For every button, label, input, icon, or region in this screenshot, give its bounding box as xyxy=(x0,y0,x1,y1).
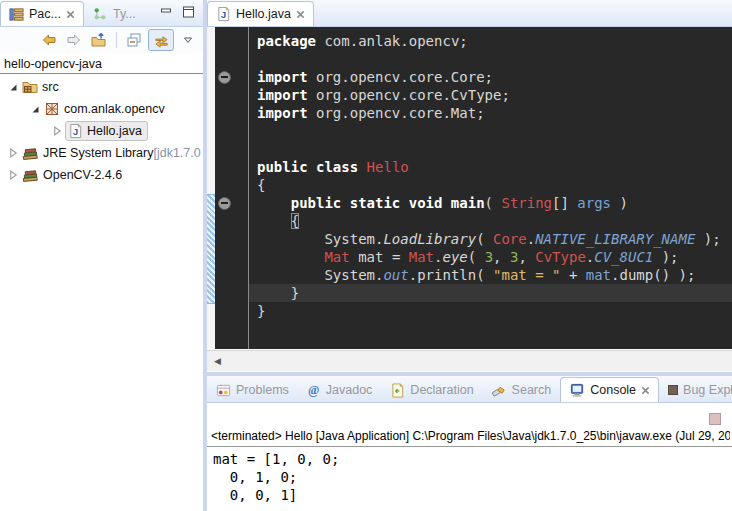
header-separator xyxy=(0,73,203,74)
code-line-8: public class Hello xyxy=(249,158,732,176)
up-button[interactable] xyxy=(88,29,110,51)
tab-declaration[interactable]: Declaration xyxy=(381,377,482,402)
problems-icon xyxy=(216,383,231,398)
tree-expanded-icon[interactable] xyxy=(8,83,19,92)
code-line-7 xyxy=(249,140,732,158)
project-name-header: hello-opencv-java xyxy=(0,53,203,73)
tab-label: Declaration xyxy=(410,383,473,397)
tab-pac[interactable]: Pac... xyxy=(0,1,84,26)
package-explorer-icon xyxy=(9,7,24,22)
close-icon[interactable] xyxy=(296,10,305,19)
tab-label: Console xyxy=(590,383,636,397)
scroll-left-arrow-icon[interactable]: ◀ xyxy=(207,356,221,366)
project-tree: srccom.anlak.opencvJHello.javaJRE System… xyxy=(0,76,203,186)
tab-label: Ty... xyxy=(113,7,136,21)
console-output-text[interactable]: mat = [1, 0, 0; 0, 1, 0; 0, 0, 1] xyxy=(213,450,732,511)
svg-text:@: @ xyxy=(308,383,319,397)
close-icon[interactable] xyxy=(66,10,75,19)
tree-item-src[interactable]: src xyxy=(0,76,203,98)
close-icon[interactable] xyxy=(641,386,650,395)
code-text[interactable]: package com.anlak.opencv;import org.open… xyxy=(249,27,732,349)
tree-item-opencv-2-4-6[interactable]: OpenCV-2.4.6 xyxy=(0,164,203,186)
fold-collapse-icon[interactable] xyxy=(218,71,231,84)
editor-horizontal-scrollbar[interactable]: ◀ xyxy=(207,350,732,371)
code-line-14: System.out.println( "mat = " + mat.dump(… xyxy=(249,266,732,284)
svg-text:J: J xyxy=(221,9,226,20)
tree-expanded-icon[interactable] xyxy=(30,105,41,114)
java-file-icon: J xyxy=(68,123,83,139)
back xyxy=(41,32,57,48)
package-icon xyxy=(44,101,60,117)
forward xyxy=(66,32,82,48)
code-line-5: import org.opencv.core.Mat; xyxy=(249,104,732,122)
java-file-icon: J xyxy=(216,6,231,22)
tab-label: Search xyxy=(512,383,552,397)
tree-item-label: src xyxy=(42,80,59,94)
tab-label: Hello.java xyxy=(236,7,291,21)
code-line-2 xyxy=(249,50,732,68)
tree-item-label: OpenCV-2.4.6 xyxy=(43,168,122,182)
console-separator xyxy=(207,446,732,447)
toolbar-separator xyxy=(116,32,117,48)
console-icon xyxy=(569,383,585,398)
link-with-editor xyxy=(153,33,170,48)
view-menu-button[interactable] xyxy=(177,29,199,51)
svg-text:J: J xyxy=(73,126,78,137)
package-explorer-toolbar xyxy=(0,27,203,53)
collapse-all-button[interactable] xyxy=(123,29,145,51)
maximize-icon[interactable] xyxy=(182,6,195,18)
tree-item-label: com.anlak.opencv xyxy=(64,102,165,116)
tab-ty[interactable]: Ty... xyxy=(84,1,145,26)
tab-javadoc[interactable]: @Javadoc xyxy=(298,377,382,402)
tab-label: Javadoc xyxy=(326,383,373,397)
declaration-icon xyxy=(390,383,405,398)
code-line-6 xyxy=(249,122,732,140)
console-toolbar-icon[interactable] xyxy=(709,413,721,425)
tab-bug-explorer[interactable]: Bug Explorer xyxy=(659,377,732,402)
type-hierarchy-icon xyxy=(93,7,108,22)
search-icon xyxy=(492,383,507,398)
minimize-icon[interactable] xyxy=(160,6,173,18)
annotation-ruler[interactable] xyxy=(207,27,215,349)
code-line-13: Mat mat = Mat.eye( 3, 3, CvType.CV_8UC1 … xyxy=(249,248,732,266)
javadoc-icon: @ xyxy=(307,383,321,397)
code-line-9: { xyxy=(249,176,732,194)
package-folder-icon xyxy=(22,79,38,95)
tab-hello-java[interactable]: JHello.java xyxy=(207,1,314,26)
library-icon xyxy=(22,168,39,183)
back-button[interactable] xyxy=(38,29,60,51)
tree-item-hello-java[interactable]: JHello.java xyxy=(0,120,203,142)
selected-item-highlight: JHello.java xyxy=(65,121,148,141)
tree-item-com-anlak-opencv[interactable]: com.anlak.opencv xyxy=(0,98,203,120)
tab-problems[interactable]: Problems xyxy=(207,377,298,402)
method-range-indicator xyxy=(207,194,215,304)
tree-item-label: Hello.java xyxy=(87,124,142,138)
tab-search[interactable]: Search xyxy=(483,377,561,402)
java-editor[interactable]: package com.anlak.opencv;import org.open… xyxy=(207,27,732,349)
tab-console[interactable]: Console xyxy=(560,377,659,402)
tab-label: Pac... xyxy=(29,7,61,21)
view-menu xyxy=(183,36,193,44)
bottom-panel-tab-bar: Problems@JavadocDeclarationSearchConsole… xyxy=(207,376,732,403)
code-line-1: package com.anlak.opencv; xyxy=(249,32,732,50)
editor-tab-bar: JHello.java xyxy=(207,0,732,27)
tree-item-decoration: [jdk1.7.0 xyxy=(153,146,200,160)
tree-collapsed-icon[interactable] xyxy=(8,170,19,180)
fold-collapse-icon[interactable] xyxy=(218,197,231,210)
left-panel-tab-bar: Pac...Ty... xyxy=(0,0,203,27)
tree-item-jre-system-library[interactable]: JRE System Library [jdk1.7.0 xyxy=(0,142,203,164)
tree-item-label: JRE System Library xyxy=(43,146,153,160)
editor-area: JHello.java package com.anlak.opencv;imp… xyxy=(207,0,732,372)
folding-gutter[interactable] xyxy=(215,27,249,349)
code-line-11: { xyxy=(249,212,732,230)
tab-label: Problems xyxy=(236,383,289,397)
tree-collapsed-icon[interactable] xyxy=(8,148,19,158)
code-line-15: } xyxy=(249,284,732,302)
tree-collapsed-icon[interactable] xyxy=(52,126,63,136)
tab-label: Bug Explorer xyxy=(683,383,732,397)
collapse-all xyxy=(126,32,142,48)
code-line-10: public static void main( String[] args ) xyxy=(249,194,732,212)
up xyxy=(91,32,107,48)
forward-button[interactable] xyxy=(63,29,85,51)
link-with-editor-button[interactable] xyxy=(148,29,174,51)
